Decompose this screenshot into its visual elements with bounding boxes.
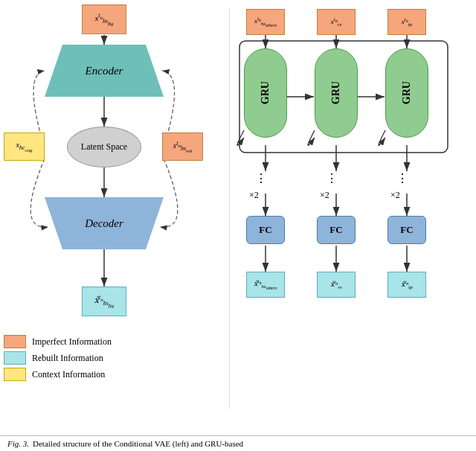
- latent-space-ellipse: Latent Space: [67, 127, 141, 167]
- imperfect-right-box: xtnhswh: [162, 132, 203, 161]
- times-col2: ×2: [320, 190, 329, 201]
- legend-color-context: [4, 368, 26, 381]
- full-page: xtnhsftg Encoder Latent Space Decoder x̂…: [0, 0, 476, 451]
- left-vae-diagram: xtnhsftg Encoder Latent Space Decoder x̂…: [0, 0, 231, 424]
- fc-label-2: FC: [329, 224, 342, 236]
- imperfect-right-label: xtnhswh: [173, 140, 192, 154]
- legend-item-imperfect: Imperfect Information: [4, 335, 219, 348]
- divider: [229, 7, 230, 409]
- times-col1: ×2: [249, 190, 259, 201]
- gru-label-1: GRU: [260, 81, 271, 104]
- legend: Imperfect Information Rebuilt Informatio…: [4, 335, 219, 420]
- gru-label-2: GRU: [330, 81, 342, 104]
- right-gru-diagram: xtnhsothers xtnrs xtntp GRU GRU GRU: [234, 0, 472, 424]
- right-input-box-3: xtntp: [387, 9, 426, 35]
- context-left-label: xhccog: [16, 141, 32, 153]
- latent-space-label: Latent Space: [81, 141, 127, 153]
- decoder-label: Decoder: [85, 217, 123, 230]
- vae-output-box: x̂tnhsftg: [82, 287, 126, 316]
- right-output-box-2: x̂tnrs: [317, 272, 356, 298]
- right-input-box-2: xtnrs: [317, 9, 356, 35]
- gru-pill-2: GRU: [315, 48, 358, 138]
- right-input-label-3: xtntp: [402, 16, 412, 28]
- caption-text: Detailed structure of the Conditional VA…: [33, 439, 243, 448]
- vae-output-label: x̂tnhsftg: [94, 294, 114, 308]
- fc-label-1: FC: [259, 224, 271, 236]
- fc-box-3: FC: [387, 216, 426, 244]
- dots-col2: ⋮: [326, 171, 339, 185]
- context-left-box: xhccog: [4, 132, 45, 161]
- vae-input-box: xtnhsftg: [82, 4, 126, 34]
- legend-item-context: Context Information: [4, 368, 219, 381]
- legend-item-rebuilt: Rebuilt Information: [4, 351, 219, 365]
- right-output-label-1: x̂tnhsothers: [254, 278, 277, 291]
- times-col3: ×2: [390, 190, 400, 201]
- fc-box-1: FC: [246, 216, 285, 244]
- legend-color-rebuilt: [4, 351, 26, 365]
- dots-col3: ⋮: [396, 171, 410, 185]
- gru-pill-1: GRU: [244, 48, 287, 138]
- legend-label-rebuilt: Rebuilt Information: [32, 353, 103, 364]
- figure-caption: Fig. 3. Detailed structure of the Condit…: [0, 435, 476, 451]
- encoder-label: Encoder: [86, 65, 123, 77]
- legend-color-imperfect: [4, 335, 26, 348]
- right-output-label-3: x̂tntp: [401, 279, 412, 290]
- fc-box-2: FC: [317, 216, 356, 244]
- gru-label-3: GRU: [401, 81, 413, 104]
- right-output-box-3: x̂tntp: [387, 272, 426, 298]
- right-input-label-1: xtnhsothers: [254, 16, 277, 28]
- vae-input-label: xtnhsftg: [94, 12, 113, 26]
- legend-label-imperfect: Imperfect Information: [32, 336, 112, 348]
- right-input-box-1: xtnhsothers: [246, 9, 285, 35]
- right-output-box-1: x̂tnhsothers: [246, 272, 285, 298]
- decoder-box: Decoder: [45, 197, 164, 249]
- fc-label-3: FC: [400, 224, 413, 236]
- right-input-label-2: xtnrs: [331, 16, 341, 28]
- dots-col1: ⋮: [255, 171, 268, 185]
- gru-pill-3: GRU: [385, 48, 428, 138]
- caption-fig-label: Fig. 3.: [7, 439, 29, 448]
- legend-label-context: Context Information: [32, 369, 105, 380]
- right-output-label-2: x̂tnrs: [330, 279, 341, 290]
- encoder-box: Encoder: [45, 45, 164, 97]
